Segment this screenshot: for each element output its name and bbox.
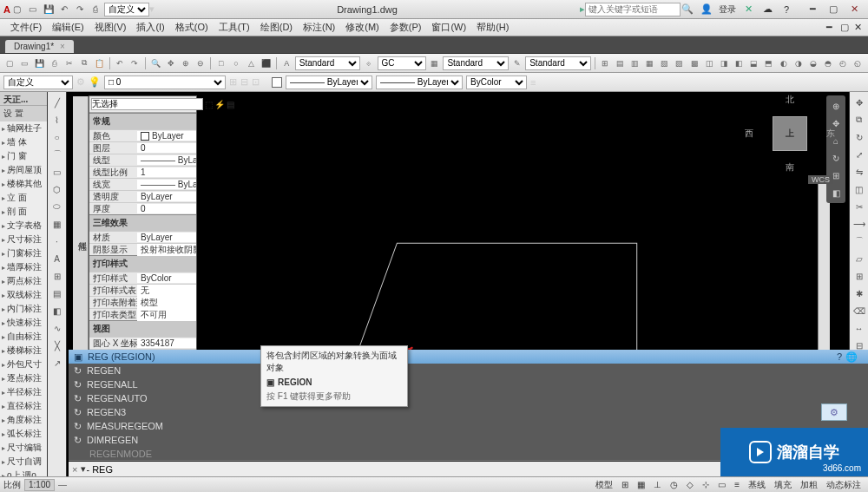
table-style-select[interactable]: Standard [443, 56, 509, 70]
dim-style-select[interactable]: GC [378, 56, 427, 70]
explode-icon[interactable]: ✱ [852, 285, 867, 301]
palette-item[interactable]: 两点标注 [0, 274, 47, 288]
tool-icon[interactable]: 💾 [33, 56, 46, 70]
nav-more-icon[interactable]: ◧ [828, 185, 844, 200]
palette-item[interactable]: 楼梯标注 [0, 344, 47, 358]
palette-item[interactable]: 门窗标注 [0, 246, 47, 260]
property-row[interactable]: 打印样式ByColor [89, 272, 196, 284]
tool-icon[interactable]: △ [244, 56, 257, 70]
tool-icon[interactable]: ⊞ [599, 56, 612, 70]
menu-modify[interactable]: 修改(M) [340, 21, 385, 34]
status-dyn-icon[interactable]: ▭ [714, 479, 729, 491]
tool-icon[interactable]: 🔍 [149, 56, 162, 70]
property-value[interactable]: 3354187 [137, 338, 196, 348]
tool-icon[interactable]: ◴ [837, 56, 850, 70]
selection-filter-input[interactable] [91, 98, 203, 110]
line-tool-icon[interactable]: ≡ [530, 77, 536, 88]
viewcube[interactable]: 上 北 南 东 西 WCS [755, 99, 825, 168]
tool-icon[interactable]: ⬓ [747, 56, 760, 70]
property-row[interactable]: 线宽———— ByLayer [89, 178, 196, 190]
viewcube-top[interactable]: 上 [773, 116, 807, 151]
arc-icon[interactable]: ⌒ [49, 147, 65, 162]
status-grid-icon[interactable]: ▦ [634, 479, 648, 491]
autocomplete-net-icon[interactable]: 🌐 [845, 351, 858, 363]
doc-close-button[interactable]: ✕ [849, 22, 863, 33]
polygon-icon[interactable]: ⬡ [49, 181, 65, 197]
doc-maximize-button[interactable]: ▢ [835, 22, 849, 33]
viewcube-south[interactable]: 南 [786, 161, 794, 174]
palette-item[interactable]: 墙厚标注 [0, 260, 47, 274]
document-tab-close-icon[interactable]: × [60, 42, 65, 51]
palette-item[interactable]: 角度标注 [0, 413, 47, 427]
viewcube-west[interactable]: 西 [745, 128, 753, 140]
palette-item[interactable]: 直径标注 [0, 399, 47, 413]
tool-icon[interactable]: ✂ [62, 56, 76, 70]
menu-insert[interactable]: 插入(I) [131, 21, 169, 34]
property-row[interactable]: 图层0 [89, 141, 196, 154]
tool-icon[interactable]: ▧ [658, 56, 671, 70]
tool-icon[interactable]: ⬒ [762, 56, 775, 70]
tool-icon[interactable]: ▢ [3, 56, 16, 70]
menu-help[interactable]: 帮助(H) [471, 21, 514, 34]
palette-item[interactable]: 轴网柱子 [0, 121, 47, 135]
prop-cat-general[interactable]: 常规 [89, 113, 196, 129]
filter-icon[interactable]: ▤ [227, 98, 234, 110]
menu-edit[interactable]: 编辑(E) [47, 21, 89, 34]
tool-icon[interactable]: ▨ [673, 56, 686, 70]
layer-select[interactable]: □ 0 [104, 75, 226, 89]
viewcube-east[interactable]: 东 [826, 128, 835, 140]
palette-item[interactable]: 快速标注 [0, 316, 47, 330]
qat-save-icon[interactable]: 💾 [42, 3, 56, 16]
array-icon[interactable]: ⊞ [852, 268, 867, 284]
mirror-icon[interactable]: ⇋ [852, 164, 867, 180]
property-row[interactable]: 线型———— ByLayer [89, 154, 196, 166]
app-logo[interactable]: A [3, 4, 10, 15]
lineweight-select[interactable]: ———— ByLayer [376, 75, 463, 89]
layer-tool-icon[interactable]: ⊡ [252, 76, 260, 88]
palette-item[interactable]: 自由标注 [0, 330, 47, 344]
workspace-select[interactable]: 自定义 [104, 3, 149, 16]
customize-icon[interactable]: ⚙ [821, 403, 847, 421]
autocomplete-item[interactable]: ↻REGENAUTO [69, 391, 868, 405]
property-row[interactable]: 打印样式表无 [89, 284, 196, 296]
palette-item[interactable]: 尺寸标注 [0, 233, 47, 246]
rect-icon[interactable]: ▭ [49, 164, 65, 180]
palette-item[interactable]: 文字表格 [0, 219, 47, 233]
layer-icon[interactable]: ⚙ [76, 76, 85, 88]
palette-item[interactable]: 剖 面 [0, 205, 47, 219]
property-value[interactable]: ———— ByLayer [137, 180, 196, 189]
tool-icon[interactable]: ▩ [687, 56, 700, 70]
status-scale-value[interactable]: 1:100 [24, 479, 55, 491]
property-value[interactable]: 0 [137, 204, 196, 213]
property-value[interactable]: ———— ByLayer [137, 155, 196, 165]
tool-icon[interactable]: ⊕ [179, 56, 192, 70]
minimize-button[interactable]: ━ [802, 3, 823, 16]
status-baseline[interactable]: 基线 [745, 479, 769, 491]
tool-icon[interactable]: ⟐ [362, 56, 375, 70]
palette-item[interactable]: 房间屋顶 [0, 163, 47, 177]
qat-print-icon[interactable]: ⎙ [89, 3, 102, 16]
palette-item[interactable]: 楼梯其他 [0, 177, 47, 191]
tangent-palette[interactable]: 天正... 设 置 轴网柱子墙 体门 窗房间屋顶楼梯其他立 面剖 面文字表格尺寸… [0, 92, 48, 488]
cloud-icon[interactable]: ☁ [760, 3, 774, 15]
palette-item[interactable]: 弧长标注 [0, 427, 47, 441]
scale-icon[interactable]: ⤢ [852, 147, 867, 162]
qat-redo-icon[interactable]: ↷ [73, 3, 87, 16]
fillet-icon[interactable]: ⌒ [852, 233, 867, 249]
move-icon[interactable]: ✥ [852, 95, 867, 110]
autocomplete-item-selected[interactable]: ▣ REG (REGION) ? 🌐 [69, 350, 868, 364]
prop-cat-3d[interactable]: 三维效果 [89, 214, 196, 231]
color-swatch[interactable] [272, 77, 282, 88]
property-row[interactable]: 透明度ByLayer [89, 190, 196, 202]
menu-draw[interactable]: 绘图(D) [255, 21, 298, 34]
autocomplete-help-icon[interactable]: ? [837, 351, 842, 363]
palette-item[interactable]: 立 面 [0, 191, 47, 205]
menu-view[interactable]: 视图(V) [89, 21, 132, 34]
palette-item[interactable]: 门 窗 [0, 149, 47, 163]
ellipse-icon[interactable]: ⬭ [49, 199, 65, 214]
tool-icon[interactable]: ◒ [806, 56, 819, 70]
status-layout-tab[interactable]: 模型 [592, 479, 616, 491]
tool-icon[interactable]: ◨ [718, 56, 731, 70]
tool-icon[interactable]: ⧉ [78, 56, 91, 70]
palette-item[interactable]: 尺寸编辑 [0, 441, 47, 455]
